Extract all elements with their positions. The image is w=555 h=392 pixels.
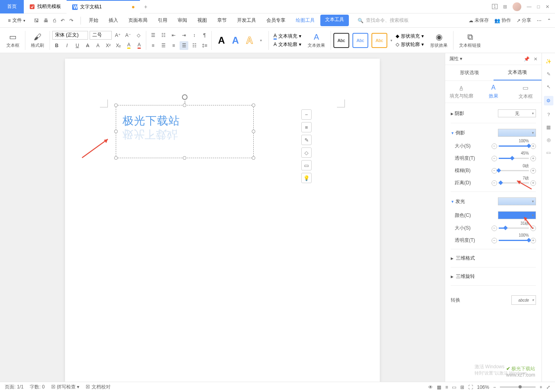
- font-size-combo[interactable]: 二号: [90, 31, 112, 40]
- rail-ai-icon[interactable]: ✨: [545, 58, 552, 65]
- bold-button[interactable]: B: [52, 41, 61, 50]
- wordart-textbox[interactable]: 极光下载站 极光下载站: [116, 105, 254, 158]
- decrease-font-icon[interactable]: A⁻: [124, 31, 132, 40]
- minus-icon[interactable]: −: [492, 180, 497, 186]
- minus-icon[interactable]: −: [492, 238, 497, 243]
- tab-template[interactable]: 找稻壳模板: [24, 0, 67, 13]
- bullet-list-icon[interactable]: ☰: [149, 31, 157, 40]
- subtab-textbox[interactable]: ▭文本框: [509, 81, 542, 103]
- shape-more-icon[interactable]: ▾: [390, 38, 392, 42]
- font-name-combo[interactable]: 宋体 (正文): [52, 31, 88, 40]
- highlight-button[interactable]: A: [124, 41, 133, 50]
- status-words[interactable]: 字数: 0: [30, 384, 44, 390]
- textbox-group[interactable]: ▭文本框: [3, 32, 23, 48]
- menu-draw-tool[interactable]: 绘图工具: [291, 15, 320, 26]
- reflection-preset-combo[interactable]: [498, 129, 536, 137]
- menu-devtools[interactable]: 开发工具: [232, 15, 261, 26]
- glow-size-slider[interactable]: 31磅−+: [492, 226, 536, 231]
- wordart-black-icon[interactable]: A: [218, 35, 225, 46]
- increase-font-icon[interactable]: A⁺: [113, 31, 122, 40]
- menu-insert[interactable]: 插入: [104, 15, 123, 26]
- minus-icon[interactable]: −: [492, 226, 497, 231]
- text-fill-button[interactable]: A 文本填充 ▾: [274, 33, 301, 40]
- glow-color-combo[interactable]: [498, 211, 536, 219]
- emphasis-button[interactable]: A: [94, 41, 102, 50]
- status-proof[interactable]: ☒ 文档校对: [86, 384, 110, 390]
- align-center-icon[interactable]: ☰: [159, 41, 168, 50]
- section-reflection[interactable]: ▼ 倒影: [451, 126, 536, 140]
- reflection-blur-slider[interactable]: 0磅−+: [492, 168, 536, 174]
- shape-style-2[interactable]: Abc: [352, 33, 368, 48]
- menu-reference[interactable]: 引用: [153, 15, 172, 26]
- float-shape-button[interactable]: ◇: [301, 147, 312, 158]
- wordart-blue-icon[interactable]: A: [232, 35, 239, 46]
- zoom-value[interactable]: 106%: [477, 384, 489, 390]
- shape-style-3[interactable]: Abc: [371, 33, 387, 48]
- float-edit-button[interactable]: ✎: [301, 135, 312, 145]
- shape-effect-button[interactable]: ◉形状效果: [427, 32, 451, 48]
- plus-icon[interactable]: +: [530, 168, 536, 174]
- resize-handle[interactable]: [183, 103, 186, 107]
- unsaved-button[interactable]: ☁ 未保存: [469, 17, 489, 24]
- float-idea-button[interactable]: 💡: [301, 173, 312, 183]
- badge-icon[interactable]: 1: [492, 4, 498, 9]
- resize-handle[interactable]: [114, 130, 118, 133]
- subtab-fill[interactable]: A填充与轮廓: [445, 81, 477, 103]
- wordart-styles[interactable]: A A A ▾: [214, 35, 266, 46]
- reflection-opacity-slider[interactable]: 45%−+: [492, 156, 536, 161]
- workspace[interactable]: 极光下载站 极光下载站 − ≡ ✎ ◇ ▭ 💡: [0, 53, 445, 382]
- shadow-preset-combo[interactable]: 无: [498, 109, 536, 117]
- clear-format-icon[interactable]: ◇: [134, 31, 143, 40]
- align-justify-icon[interactable]: ☰: [180, 41, 188, 50]
- transform-combo[interactable]: abcde: [511, 295, 536, 305]
- plus-icon[interactable]: +: [530, 156, 536, 161]
- sort-icon[interactable]: ¶: [200, 31, 209, 40]
- float-wrap-button[interactable]: ▭: [301, 160, 312, 170]
- wordart-orange-icon[interactable]: A: [246, 35, 253, 46]
- search-commands[interactable]: 🔍 查找命令、搜索模板: [350, 17, 468, 24]
- pin-icon[interactable]: 📌: [524, 56, 530, 62]
- zoom-out-icon[interactable]: −: [493, 384, 496, 390]
- new-tab-button[interactable]: +: [140, 4, 152, 10]
- plus-icon[interactable]: +: [530, 180, 536, 186]
- plus-icon[interactable]: +: [530, 143, 536, 149]
- format-painter[interactable]: 🖌格式刷: [28, 33, 47, 48]
- apps-icon[interactable]: ⊞: [503, 4, 507, 10]
- subscript-button[interactable]: X₂: [114, 41, 123, 50]
- wordart-more-icon[interactable]: ▾: [260, 38, 262, 42]
- textbox-link-button[interactable]: ⧉文本框链接: [456, 33, 484, 48]
- menu-section[interactable]: 章节: [212, 15, 232, 26]
- increase-indent-icon[interactable]: ⇥: [180, 31, 188, 40]
- rail-pen-icon[interactable]: ✎: [545, 71, 552, 78]
- float-layout-button[interactable]: ≡: [301, 122, 312, 132]
- subtab-effect[interactable]: A效果: [477, 81, 509, 103]
- text-effect-button[interactable]: A文本效果: [304, 33, 328, 48]
- redo-icon[interactable]: ↷: [69, 18, 73, 23]
- print-preview-icon[interactable]: 🖶: [44, 18, 48, 23]
- fit-icon[interactable]: ⛶: [468, 384, 473, 390]
- italic-button[interactable]: I: [63, 41, 71, 50]
- resize-handle[interactable]: [114, 156, 118, 160]
- strike-button[interactable]: A̶: [83, 41, 92, 50]
- more-icon[interactable]: ⋯: [537, 18, 542, 23]
- share-button[interactable]: ↗ 分享: [517, 17, 531, 24]
- underline-button[interactable]: U: [73, 41, 82, 50]
- plus-icon[interactable]: +: [530, 226, 536, 231]
- text-outline-button[interactable]: A 文本轮廓 ▾: [274, 41, 301, 48]
- rotate-handle[interactable]: [182, 94, 188, 100]
- collapse-ribbon-icon[interactable]: ⌃: [547, 18, 551, 23]
- reflection-size-slider[interactable]: 100%−+: [492, 143, 536, 149]
- maximize-button[interactable]: □: [537, 4, 540, 10]
- print-icon[interactable]: ⎙: [53, 18, 56, 23]
- menu-text-tool[interactable]: 文本工具: [320, 15, 349, 26]
- rail-template-icon[interactable]: ▦: [545, 124, 552, 131]
- font-color-button[interactable]: A: [135, 41, 144, 50]
- tab-home[interactable]: 首页: [0, 0, 24, 13]
- close-button[interactable]: ✕: [545, 4, 549, 10]
- view-page-icon[interactable]: ≡: [445, 384, 448, 390]
- rail-help-icon[interactable]: ？: [545, 111, 552, 118]
- view-web-icon[interactable]: ▭: [452, 384, 456, 390]
- resize-handle[interactable]: [252, 103, 255, 107]
- section-shadow[interactable]: ▶ 阴影 无: [451, 106, 536, 120]
- rail-settings-icon[interactable]: ⚙: [544, 96, 553, 105]
